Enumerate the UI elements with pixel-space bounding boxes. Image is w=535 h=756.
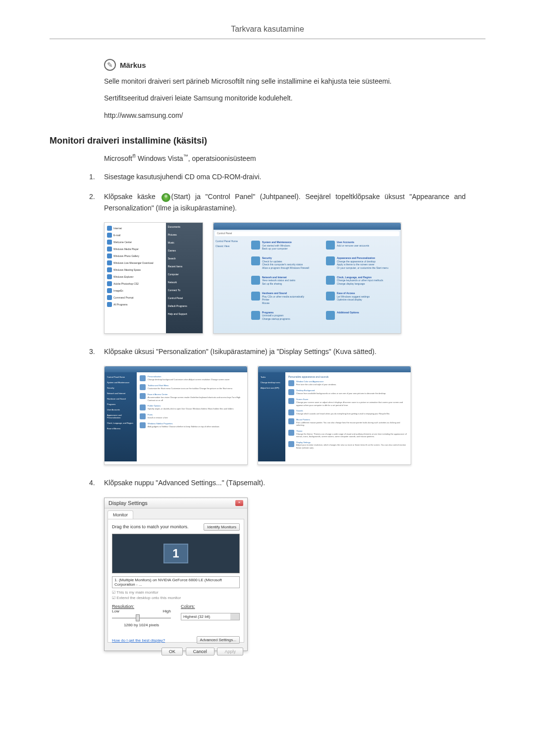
ds-res-high: High <box>163 609 171 613</box>
step-2-text: Klõpsake käske (Start) ja "Control Panel… <box>104 191 466 213</box>
identify-monitors-button[interactable]: Identify Monitors <box>204 523 240 531</box>
pers-item[interactable]: Folder OptionsSpecify single- or double-… <box>140 404 244 410</box>
pers-item[interactable]: PersonalizationChange desktop background… <box>140 375 244 381</box>
ds-monitor-select[interactable]: 1. (Multiple Monitors) on NVIDIA GeForce… <box>112 576 240 588</box>
pers-item[interactable]: FontsInstall or remove a font <box>140 413 244 419</box>
start-menu-item[interactable]: Windows Meeting Space <box>107 266 164 273</box>
pers-side-item[interactable]: System and Maintenance <box>107 380 135 385</box>
ds-res-value: 1280 by 1024 pixels <box>112 623 171 627</box>
step-2: 2. Klõpsake käske (Start) ja "Control Pa… <box>89 191 466 213</box>
cp-category[interactable]: Additional Options <box>326 311 398 324</box>
start-menu-right-item[interactable]: Default Programs <box>166 302 203 310</box>
pers2-item[interactable]: Mouse PointersPick a different mouse poi… <box>288 418 408 427</box>
cp-address-bar: Control Panel <box>215 231 399 236</box>
pers-side-item[interactable]: Programs <box>107 402 135 407</box>
note-url: http://www.samsung.com/ <box>104 110 466 121</box>
start-menu-right-item[interactable]: Connect To <box>166 286 203 294</box>
start-menu-item[interactable]: Adobe Photoshop CS2 <box>107 280 164 287</box>
cp-category[interactable]: SecurityCheck for updatesCheck this comp… <box>251 256 323 273</box>
step-4: 4. Klõpsake nuppu "Advanced Settings..."… <box>89 477 466 488</box>
start-menu-right-item[interactable]: Computer <box>166 270 203 278</box>
ds-help-link[interactable]: How do I get the best display? <box>112 638 165 643</box>
ds-drag-text: Drag the icons to match your monitors. <box>112 524 189 529</box>
cp-category[interactable]: Hardware and SoundPlay CDs or other medi… <box>251 292 323 308</box>
cp-category[interactable]: Clock, Language, and RegionChange keyboa… <box>326 276 398 289</box>
close-icon[interactable]: × <box>235 500 243 506</box>
start-menu-item[interactable]: Windows Photo Gallery <box>107 252 164 259</box>
start-menu-item[interactable]: Command Prompt <box>107 294 164 301</box>
cp-category[interactable]: Network and InternetView network status … <box>251 276 323 289</box>
note-text-1: Selle monitori draiveri sert pärineb Mic… <box>104 76 466 87</box>
screenshot-appearance: Control Panel HomeSystem and Maintenance… <box>104 366 248 465</box>
pers-item[interactable]: Ease of Access CenterAccommodate low vis… <box>140 393 244 402</box>
start-menu-item[interactable]: E-mail <box>107 232 164 239</box>
ds-colors-label: Colors: <box>181 604 240 609</box>
pers-side-item[interactable]: User Accounts <box>107 407 135 412</box>
pers2-item[interactable]: Screen SaverChange your screen saver or … <box>288 398 408 406</box>
start-menu-right-item[interactable]: Recent Items <box>166 262 203 270</box>
start-menu-right-item[interactable]: Music <box>166 239 203 247</box>
apply-button[interactable]: Apply <box>217 648 243 655</box>
start-menu-item[interactable]: ImageEx <box>107 287 164 294</box>
advanced-settings-button[interactable]: Advanced Settings... <box>197 636 240 644</box>
start-menu-right-item[interactable]: Network <box>166 278 203 286</box>
start-menu-right-item[interactable]: Search <box>166 254 203 262</box>
ds-title-text: Display Settings <box>108 500 148 506</box>
start-menu-item[interactable]: Windows Explorer <box>107 273 164 280</box>
start-menu-item[interactable]: Welcome Center <box>107 239 164 246</box>
pers-side-item[interactable]: Network and Internet <box>107 391 135 396</box>
pers-side-item[interactable]: Appearance and Personalization <box>107 412 135 420</box>
step-2-num: 2. <box>89 191 104 213</box>
ds-resolution-slider[interactable] <box>112 617 171 619</box>
ds-tab-monitor[interactable]: Monitor <box>107 510 133 519</box>
screenshot-row-2: Control Panel HomeSystem and Maintenance… <box>104 366 485 465</box>
ds-colors-select[interactable]: Highest (32 bit) <box>181 613 240 620</box>
start-menu-right-item[interactable]: Control Panel <box>166 294 203 302</box>
cp-category[interactable]: System and MaintenanceGet started with W… <box>251 241 323 253</box>
start-menu-right-item[interactable]: Pictures <box>166 231 203 239</box>
step-4-text: Klõpsake nuppu "Advanced Settings..." (T… <box>104 477 466 488</box>
ds-monitor-1[interactable]: 1 <box>163 544 188 563</box>
pers-item[interactable]: Taskbar and Start MenuCustomize the Star… <box>140 384 244 390</box>
pers-side-item[interactable]: Clock, Language, and Region <box>107 420 135 426</box>
note-label: Märkus <box>120 61 146 69</box>
start-menu-item[interactable]: Internet <box>107 225 164 232</box>
start-menu-item[interactable]: Windows Media Player <box>107 246 164 252</box>
subheading: Microsoft® Windows Vista™, operatsioonis… <box>104 153 485 162</box>
cp-category[interactable]: ProgramsUninstall a programChange startu… <box>251 311 323 324</box>
step-3: 3. Klõpsake üksusi "Personalization" (Is… <box>89 346 466 357</box>
ds-check-main[interactable]: ☑ This is my main monitor <box>112 590 240 595</box>
pers2-item[interactable]: ThemeChange the theme. Themes can change… <box>288 430 408 438</box>
pers-item[interactable]: Windows Sidebar PropertiesAdd gadgets to… <box>140 422 244 428</box>
page-header: Tarkvara kasutamine <box>50 25 485 39</box>
cp-side-classic: Classic View <box>215 245 246 248</box>
screenshot-personalization: Tasks Change desktop icons Adjust font s… <box>258 366 411 465</box>
pers2-item[interactable]: Window Color and AppearanceFine tune the… <box>288 380 408 386</box>
ds-res-low: Low <box>112 609 119 613</box>
cp-category[interactable]: User AccountsAdd or remove user accounts <box>326 241 398 253</box>
pers2-item[interactable]: Desktop BackgroundChoose from available … <box>288 389 408 395</box>
pers2-item[interactable]: Display SettingsAdjust your monitor reso… <box>288 441 408 450</box>
cp-category[interactable]: Ease of AccessLet Windows suggest settin… <box>326 292 398 308</box>
screenshot-start-menu: InternetE-mailWelcome CenterWindows Medi… <box>104 222 203 334</box>
start-orb-icon <box>161 193 170 202</box>
screenshot-row-1: InternetE-mailWelcome CenterWindows Medi… <box>104 222 485 334</box>
step-4-num: 4. <box>89 477 104 488</box>
pers-side-item[interactable]: Hardware and Sound <box>107 396 135 402</box>
ok-button[interactable]: OK <box>161 648 183 655</box>
start-menu-item[interactable]: All Programs <box>107 301 164 308</box>
pers-side-item[interactable]: Security <box>107 385 135 391</box>
cancel-button[interactable]: Cancel <box>186 648 214 655</box>
pers2-item[interactable]: SoundsChange which sounds are heard when… <box>288 409 408 415</box>
start-menu-right-item[interactable]: Games <box>166 247 203 254</box>
note-block: Märkus Selle monitori draiveri sert päri… <box>104 59 466 121</box>
pers-side-item[interactable]: Control Panel Home <box>107 374 135 380</box>
start-menu-item[interactable]: Windows Live Messenger Download <box>107 259 164 266</box>
ds-check-extend[interactable]: ☑ Extend the desktop onto this monitor <box>112 596 240 600</box>
step-1-num: 1. <box>89 171 104 182</box>
cp-category[interactable]: Appearance and PersonalizationChange the… <box>326 256 398 273</box>
start-menu-right-item[interactable]: Help and Support <box>166 310 203 318</box>
pers-side-item[interactable]: Ease of Access <box>107 426 135 431</box>
step-1-text: Sisestage kasutusjuhendi CD oma CD-ROM-d… <box>104 171 466 182</box>
start-menu-right-item[interactable]: Documents <box>166 223 203 231</box>
